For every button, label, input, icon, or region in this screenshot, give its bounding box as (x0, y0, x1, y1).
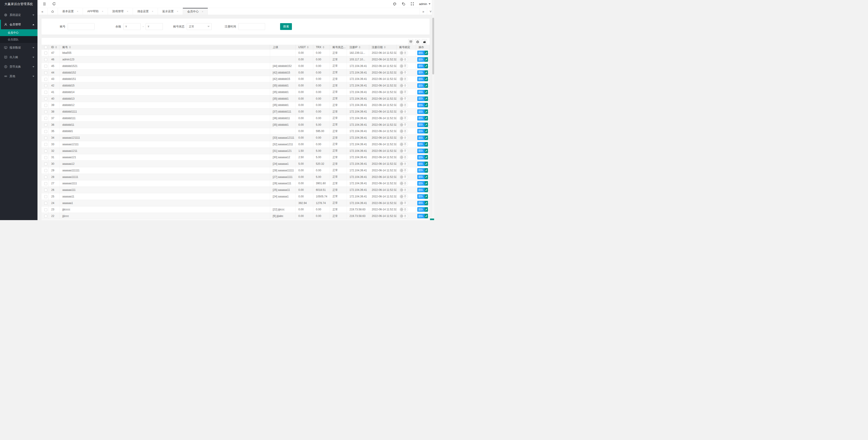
close-icon[interactable]: × (202, 10, 203, 13)
edit-button[interactable] (425, 90, 428, 94)
edit-button[interactable] (425, 77, 428, 81)
print-icon[interactable] (415, 39, 420, 44)
edit-button[interactable] (425, 188, 428, 192)
tab-member-center[interactable]: 会员中心× (183, 8, 208, 15)
sort-icon[interactable] (322, 46, 324, 48)
row-checkbox[interactable] (44, 104, 47, 107)
team-button[interactable]: 团队 (417, 50, 425, 55)
edit-button[interactable] (425, 103, 428, 107)
balance-min-input[interactable] (123, 23, 141, 30)
row-checkbox[interactable] (44, 71, 47, 74)
team-button[interactable]: 团队 (417, 116, 425, 121)
tab-basic-settings[interactable]: 基本设置× (58, 8, 83, 15)
edit-button[interactable] (425, 194, 428, 199)
row-checkbox[interactable] (44, 163, 47, 165)
edit-button[interactable] (425, 168, 428, 173)
sort-icon[interactable] (384, 46, 386, 48)
team-button[interactable]: 团队 (417, 96, 425, 101)
lock-toggle[interactable]: 否 (399, 135, 408, 140)
sidebar-item-member-management[interactable]: 会员管理 (0, 20, 37, 29)
tab-game-management[interactable]: 游戏管理× (108, 8, 133, 15)
lock-toggle[interactable]: 否 (399, 83, 408, 88)
edit-button[interactable] (425, 149, 428, 153)
team-button[interactable]: 团队 (417, 149, 425, 153)
edit-button[interactable] (425, 57, 428, 62)
edit-button[interactable] (425, 129, 428, 133)
close-icon[interactable]: × (177, 10, 178, 13)
row-checkbox[interactable] (44, 156, 47, 159)
sidebar-item-others[interactable]: 其他 (0, 71, 37, 81)
column-header-reg_date[interactable]: 注册日期 (369, 45, 396, 50)
column-header-account[interactable]: 账号 (60, 45, 270, 50)
lock-toggle[interactable]: 否 (399, 50, 408, 55)
team-button[interactable]: 团队 (417, 123, 425, 127)
team-button[interactable]: 团队 (417, 162, 425, 166)
lock-toggle[interactable]: 否 (399, 123, 408, 127)
team-button[interactable]: 团队 (417, 109, 425, 114)
team-button[interactable]: 团队 (417, 90, 425, 94)
team-button[interactable]: 团队 (417, 175, 425, 179)
lock-toggle[interactable]: 否 (399, 77, 408, 81)
lock-toggle[interactable]: 否 (399, 96, 408, 101)
column-header-trx[interactable]: TRX (313, 45, 330, 50)
row-checkbox[interactable] (44, 143, 47, 146)
edit-button[interactable] (425, 181, 428, 185)
row-checkbox[interactable] (44, 202, 47, 205)
lock-toggle[interactable]: 否 (399, 201, 408, 205)
lock-toggle[interactable]: 否 (399, 129, 408, 133)
sidebar-subitem-member-team[interactable]: 会员团队 (0, 36, 37, 43)
edit-button[interactable] (425, 96, 428, 101)
edit-button[interactable] (425, 135, 428, 140)
select-all-checkbox[interactable] (44, 46, 47, 49)
tabs-scroll-left-button[interactable]: « (37, 8, 48, 15)
team-button[interactable]: 团队 (417, 214, 425, 218)
row-checkbox[interactable] (44, 97, 47, 100)
edit-button[interactable] (425, 123, 428, 127)
column-header-reg_ip[interactable]: 注册IP (347, 45, 369, 50)
edit-button[interactable] (425, 175, 428, 179)
sidebar-item-currency-exchange[interactable]: $货币兑换 (0, 62, 37, 71)
palette-icon[interactable] (393, 2, 397, 6)
team-button[interactable]: 团队 (417, 155, 425, 160)
tabs-scroll-right-button[interactable]: » (420, 8, 427, 15)
row-checkbox[interactable] (44, 136, 47, 139)
lock-toggle[interactable]: 否 (399, 168, 408, 173)
balance-max-input[interactable] (146, 23, 163, 30)
row-checkbox[interactable] (44, 65, 47, 68)
edit-button[interactable] (425, 83, 428, 88)
export-icon[interactable] (422, 39, 427, 44)
collapse-sidebar-icon[interactable] (42, 2, 46, 6)
edit-button[interactable] (425, 162, 428, 166)
sidebar-item-system-settings[interactable]: 系统设定 (0, 10, 37, 20)
tab-commission-settings[interactable]: 佣金设置× (133, 8, 158, 15)
vertical-scrollbar[interactable] (432, 0, 434, 220)
scrollbar-thumb[interactable] (432, 18, 434, 74)
edit-button[interactable] (425, 214, 428, 218)
row-checkbox[interactable] (44, 169, 47, 172)
edit-button[interactable] (425, 142, 428, 146)
refresh-icon[interactable] (52, 2, 56, 6)
lock-toggle[interactable]: 否 (399, 70, 408, 75)
lock-toggle[interactable]: 否 (399, 188, 408, 192)
team-button[interactable]: 团队 (417, 142, 425, 146)
home-tab[interactable] (48, 8, 58, 15)
team-button[interactable]: 团队 (417, 194, 425, 199)
row-checkbox[interactable] (44, 110, 47, 113)
columns-icon[interactable] (408, 39, 413, 44)
lock-toggle[interactable]: 否 (399, 116, 408, 121)
lock-toggle[interactable]: 否 (399, 162, 408, 166)
back-to-top-button[interactable] (430, 218, 434, 220)
row-checkbox[interactable] (44, 149, 47, 153)
user-menu[interactable]: admin (419, 2, 431, 6)
row-checkbox[interactable] (44, 117, 47, 120)
row-checkbox[interactable] (44, 58, 47, 61)
column-header-status[interactable]: 账号状态... (330, 45, 347, 50)
tab-rebate-settings[interactable]: 返水设置× (158, 8, 183, 15)
row-checkbox[interactable] (44, 78, 47, 81)
search-button[interactable]: 搜索 (280, 23, 292, 30)
edit-button[interactable] (425, 70, 428, 75)
row-checkbox[interactable] (44, 215, 47, 217)
row-checkbox[interactable] (44, 195, 47, 198)
row-checkbox[interactable] (44, 208, 47, 211)
column-header-id[interactable]: ID (49, 45, 60, 50)
